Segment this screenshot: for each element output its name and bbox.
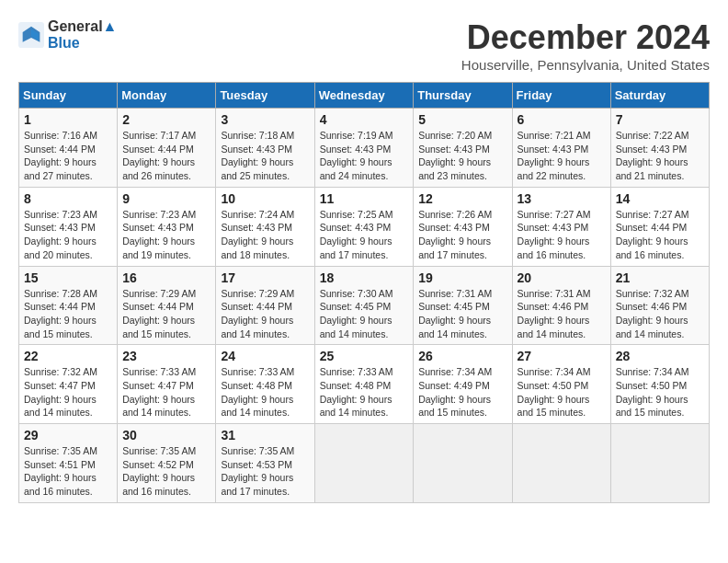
day-number: 6 bbox=[518, 112, 606, 127]
day-info: Sunrise: 7:32 AM Sunset: 4:46 PM Dayligh… bbox=[616, 287, 704, 341]
calendar-cell: 6Sunrise: 7:21 AM Sunset: 4:43 PM Daylig… bbox=[512, 109, 610, 188]
day-number: 8 bbox=[24, 191, 112, 206]
calendar-cell bbox=[414, 424, 512, 503]
day-number: 19 bbox=[418, 270, 506, 285]
title-area: December 2024 Houserville, Pennsylvania,… bbox=[461, 18, 710, 73]
day-info: Sunrise: 7:34 AM Sunset: 4:50 PM Dayligh… bbox=[518, 365, 606, 419]
day-number: 17 bbox=[221, 270, 309, 285]
calendar-cell: 30Sunrise: 7:35 AM Sunset: 4:52 PM Dayli… bbox=[118, 424, 216, 503]
calendar-cell: 11Sunrise: 7:25 AM Sunset: 4:43 PM Dayli… bbox=[314, 187, 414, 266]
calendar-cell: 19Sunrise: 7:31 AM Sunset: 4:45 PM Dayli… bbox=[414, 266, 512, 345]
calendar-cell: 28Sunrise: 7:34 AM Sunset: 4:50 PM Dayli… bbox=[610, 345, 709, 424]
logo-icon bbox=[18, 22, 44, 48]
day-of-week-header: Saturday bbox=[610, 83, 709, 109]
day-of-week-header: Monday bbox=[118, 83, 216, 109]
day-info: Sunrise: 7:24 AM Sunset: 4:43 PM Dayligh… bbox=[221, 208, 309, 262]
calendar-cell: 24Sunrise: 7:33 AM Sunset: 4:48 PM Dayli… bbox=[216, 345, 314, 424]
day-number: 20 bbox=[518, 270, 606, 285]
day-info: Sunrise: 7:35 AM Sunset: 4:53 PM Dayligh… bbox=[221, 444, 309, 499]
day-number: 12 bbox=[418, 191, 506, 206]
calendar-cell: 20Sunrise: 7:31 AM Sunset: 4:46 PM Dayli… bbox=[512, 266, 610, 345]
calendar-header-row: SundayMondayTuesdayWednesdayThursdayFrid… bbox=[19, 83, 710, 109]
calendar-cell: 16Sunrise: 7:29 AM Sunset: 4:44 PM Dayli… bbox=[118, 266, 216, 345]
day-number: 11 bbox=[320, 191, 409, 206]
day-number: 31 bbox=[221, 428, 309, 442]
day-of-week-header: Sunday bbox=[19, 83, 118, 109]
calendar-cell: 5Sunrise: 7:20 AM Sunset: 4:43 PM Daylig… bbox=[414, 109, 512, 188]
month-title: December 2024 bbox=[461, 18, 710, 57]
day-info: Sunrise: 7:27 AM Sunset: 4:44 PM Dayligh… bbox=[616, 208, 704, 262]
logo: General▲ Blue bbox=[18, 18, 117, 52]
subtitle: Houserville, Pennsylvania, United States bbox=[461, 57, 710, 73]
day-of-week-header: Thursday bbox=[414, 83, 512, 109]
calendar-cell: 15Sunrise: 7:28 AM Sunset: 4:44 PM Dayli… bbox=[19, 266, 118, 345]
day-info: Sunrise: 7:20 AM Sunset: 4:43 PM Dayligh… bbox=[418, 129, 506, 183]
day-number: 14 bbox=[616, 191, 704, 206]
calendar-cell: 3Sunrise: 7:18 AM Sunset: 4:43 PM Daylig… bbox=[216, 109, 314, 188]
day-number: 26 bbox=[418, 349, 506, 363]
day-of-week-header: Tuesday bbox=[216, 83, 314, 109]
day-number: 16 bbox=[122, 270, 210, 285]
calendar-cell: 1Sunrise: 7:16 AM Sunset: 4:44 PM Daylig… bbox=[19, 109, 118, 188]
day-number: 1 bbox=[24, 112, 112, 127]
day-info: Sunrise: 7:29 AM Sunset: 4:44 PM Dayligh… bbox=[122, 287, 210, 341]
day-number: 28 bbox=[616, 349, 704, 363]
calendar-cell: 8Sunrise: 7:23 AM Sunset: 4:43 PM Daylig… bbox=[19, 187, 118, 266]
calendar-cell: 9Sunrise: 7:23 AM Sunset: 4:43 PM Daylig… bbox=[118, 187, 216, 266]
day-info: Sunrise: 7:28 AM Sunset: 4:44 PM Dayligh… bbox=[24, 287, 112, 341]
calendar-cell: 13Sunrise: 7:27 AM Sunset: 4:43 PM Dayli… bbox=[512, 187, 610, 266]
day-number: 7 bbox=[616, 112, 704, 127]
day-number: 23 bbox=[122, 349, 210, 363]
day-info: Sunrise: 7:23 AM Sunset: 4:43 PM Dayligh… bbox=[24, 208, 112, 262]
day-info: Sunrise: 7:23 AM Sunset: 4:43 PM Dayligh… bbox=[122, 208, 210, 262]
header: General▲ Blue December 2024 Houserville,… bbox=[18, 18, 710, 73]
day-info: Sunrise: 7:29 AM Sunset: 4:44 PM Dayligh… bbox=[221, 287, 309, 341]
calendar-cell: 17Sunrise: 7:29 AM Sunset: 4:44 PM Dayli… bbox=[216, 266, 314, 345]
calendar-cell: 18Sunrise: 7:30 AM Sunset: 4:45 PM Dayli… bbox=[314, 266, 414, 345]
calendar-table: SundayMondayTuesdayWednesdayThursdayFrid… bbox=[18, 82, 710, 503]
day-info: Sunrise: 7:35 AM Sunset: 4:52 PM Dayligh… bbox=[122, 444, 210, 499]
calendar-cell: 4Sunrise: 7:19 AM Sunset: 4:43 PM Daylig… bbox=[314, 109, 414, 188]
day-info: Sunrise: 7:34 AM Sunset: 4:50 PM Dayligh… bbox=[616, 365, 704, 419]
day-number: 21 bbox=[616, 270, 704, 285]
calendar-week-row: 1Sunrise: 7:16 AM Sunset: 4:44 PM Daylig… bbox=[19, 109, 710, 188]
calendar-week-row: 15Sunrise: 7:28 AM Sunset: 4:44 PM Dayli… bbox=[19, 266, 710, 345]
day-of-week-header: Friday bbox=[512, 83, 610, 109]
calendar-cell bbox=[512, 424, 610, 503]
calendar-cell: 7Sunrise: 7:22 AM Sunset: 4:43 PM Daylig… bbox=[610, 109, 709, 188]
day-info: Sunrise: 7:22 AM Sunset: 4:43 PM Dayligh… bbox=[616, 129, 704, 183]
calendar-cell: 10Sunrise: 7:24 AM Sunset: 4:43 PM Dayli… bbox=[216, 187, 314, 266]
calendar-body: 1Sunrise: 7:16 AM Sunset: 4:44 PM Daylig… bbox=[19, 109, 710, 503]
day-number: 10 bbox=[221, 191, 309, 206]
calendar-cell: 27Sunrise: 7:34 AM Sunset: 4:50 PM Dayli… bbox=[512, 345, 610, 424]
day-info: Sunrise: 7:17 AM Sunset: 4:44 PM Dayligh… bbox=[122, 129, 210, 183]
day-info: Sunrise: 7:31 AM Sunset: 4:46 PM Dayligh… bbox=[518, 287, 606, 341]
day-number: 27 bbox=[518, 349, 606, 363]
day-info: Sunrise: 7:33 AM Sunset: 4:47 PM Dayligh… bbox=[122, 365, 210, 419]
day-info: Sunrise: 7:33 AM Sunset: 4:48 PM Dayligh… bbox=[320, 365, 409, 419]
day-info: Sunrise: 7:27 AM Sunset: 4:43 PM Dayligh… bbox=[518, 208, 606, 262]
day-number: 4 bbox=[320, 112, 409, 127]
day-info: Sunrise: 7:19 AM Sunset: 4:43 PM Dayligh… bbox=[320, 129, 409, 183]
day-number: 15 bbox=[24, 270, 112, 285]
calendar-cell: 2Sunrise: 7:17 AM Sunset: 4:44 PM Daylig… bbox=[118, 109, 216, 188]
calendar-cell: 14Sunrise: 7:27 AM Sunset: 4:44 PM Dayli… bbox=[610, 187, 709, 266]
logo-text: General▲ Blue bbox=[48, 18, 117, 52]
day-number: 3 bbox=[221, 112, 309, 127]
calendar-cell bbox=[610, 424, 709, 503]
day-info: Sunrise: 7:26 AM Sunset: 4:43 PM Dayligh… bbox=[418, 208, 506, 262]
calendar-week-row: 29Sunrise: 7:35 AM Sunset: 4:51 PM Dayli… bbox=[19, 424, 710, 503]
day-number: 30 bbox=[122, 428, 210, 442]
calendar-cell: 29Sunrise: 7:35 AM Sunset: 4:51 PM Dayli… bbox=[19, 424, 118, 503]
calendar-cell: 25Sunrise: 7:33 AM Sunset: 4:48 PM Dayli… bbox=[314, 345, 414, 424]
calendar-cell: 22Sunrise: 7:32 AM Sunset: 4:47 PM Dayli… bbox=[19, 345, 118, 424]
day-number: 22 bbox=[24, 349, 112, 363]
day-info: Sunrise: 7:32 AM Sunset: 4:47 PM Dayligh… bbox=[24, 365, 112, 419]
day-number: 2 bbox=[122, 112, 210, 127]
calendar-cell: 26Sunrise: 7:34 AM Sunset: 4:49 PM Dayli… bbox=[414, 345, 512, 424]
day-info: Sunrise: 7:31 AM Sunset: 4:45 PM Dayligh… bbox=[418, 287, 506, 341]
calendar-cell: 21Sunrise: 7:32 AM Sunset: 4:46 PM Dayli… bbox=[610, 266, 709, 345]
calendar-cell bbox=[314, 424, 414, 503]
day-info: Sunrise: 7:35 AM Sunset: 4:51 PM Dayligh… bbox=[24, 444, 112, 499]
calendar-cell: 23Sunrise: 7:33 AM Sunset: 4:47 PM Dayli… bbox=[118, 345, 216, 424]
